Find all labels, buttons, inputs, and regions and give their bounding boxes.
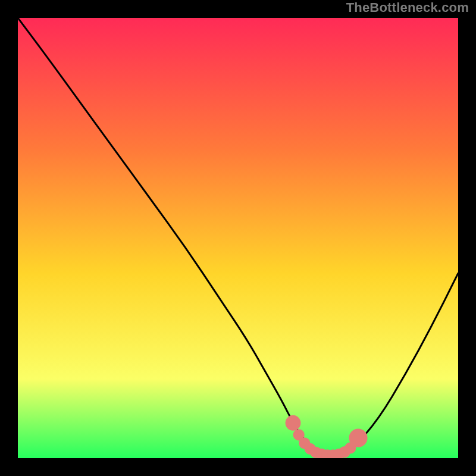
curve-marker <box>286 415 301 431</box>
chart-svg <box>18 18 458 458</box>
gradient-background <box>18 18 458 458</box>
chart-stage: TheBottleneck.com <box>0 0 476 476</box>
plot-area <box>18 18 458 458</box>
curve-marker <box>349 428 367 447</box>
watermark-text: TheBottleneck.com <box>346 0 469 15</box>
